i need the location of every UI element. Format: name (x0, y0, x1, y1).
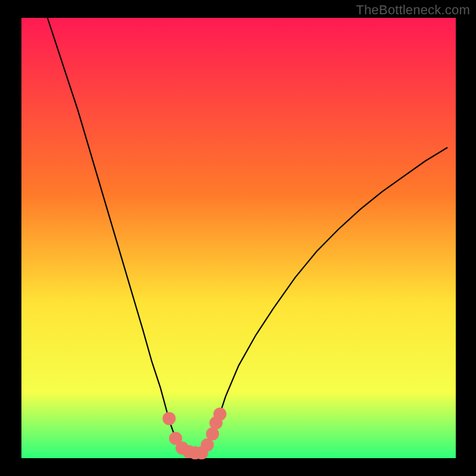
curve-marker (162, 412, 176, 425)
chart-frame: TheBottleneck.com (0, 0, 476, 476)
bottleneck-chart (0, 0, 476, 476)
plot-background (21, 18, 456, 458)
watermark-text: TheBottleneck.com (356, 2, 470, 18)
curve-marker (214, 408, 227, 421)
